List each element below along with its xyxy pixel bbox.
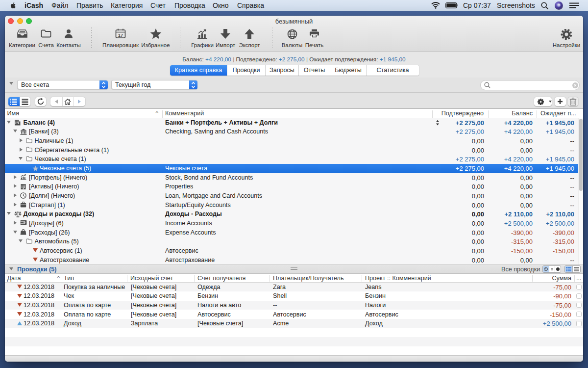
- svg-text:17: 17: [118, 33, 123, 38]
